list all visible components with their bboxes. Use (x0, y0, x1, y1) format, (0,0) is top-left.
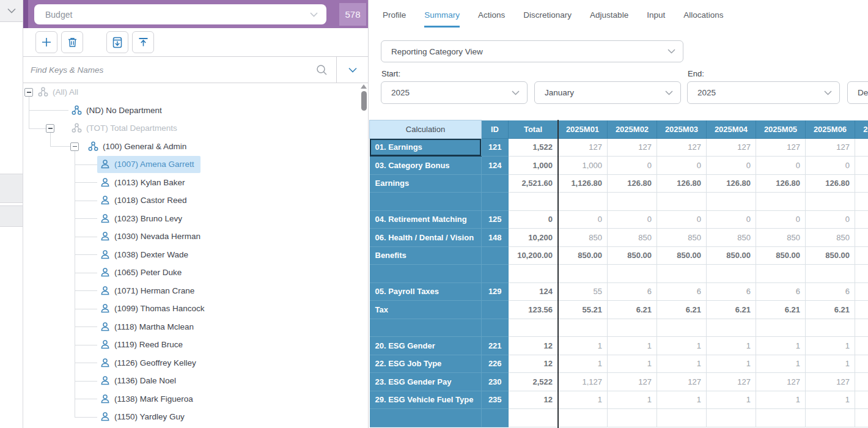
calc-row-label[interactable]: 06. Health / Dental / Vision (370, 229, 482, 247)
tab-profile[interactable]: Profile (383, 10, 406, 28)
grid-cell[interactable]: 0 (558, 210, 608, 229)
grid-cell[interactable]: 127 (707, 373, 756, 391)
calc-row-id[interactable] (482, 409, 509, 427)
collapse-toggle[interactable] (46, 124, 54, 133)
grid-cell-total[interactable]: 12 (509, 391, 558, 409)
grid-cell[interactable] (806, 265, 855, 283)
grid-cell[interactable]: 55.21 (558, 301, 608, 319)
grid-cell-total[interactable]: 0 (509, 210, 558, 229)
grid-cell-total[interactable]: 2,522 (509, 373, 558, 391)
grid-cell[interactable]: 850 (756, 229, 806, 247)
grid-cell[interactable]: 1 (657, 337, 707, 355)
tree-item[interactable]: (1007) Amena Garrett (23, 155, 368, 174)
grid-cell-total[interactable]: 10,200 (509, 229, 558, 247)
grid-cell[interactable]: 126.80 (756, 174, 806, 193)
grid-cell[interactable]: 1 (707, 355, 756, 373)
grid-cell[interactable]: 0 (608, 210, 657, 229)
calc-row-id[interactable] (482, 301, 509, 319)
calc-row-label[interactable]: Earnings (370, 174, 482, 193)
grid-cell[interactable] (756, 265, 806, 283)
grid-cell-total[interactable]: 12 (509, 337, 558, 355)
grid-cell[interactable]: 6.21 (707, 301, 756, 319)
version-select[interactable]: Budget (34, 4, 326, 24)
calc-row-label[interactable] (370, 409, 482, 427)
calc-row-label[interactable]: 22. ESG Job Type (370, 355, 482, 373)
tree-item[interactable]: (ND) No Department (23, 101, 368, 120)
grid-cell[interactable] (707, 319, 756, 337)
calc-row-label[interactable] (370, 319, 482, 337)
calc-row-label[interactable]: 23. ESG Gender Pay (370, 373, 482, 391)
calc-row-label[interactable]: Benefits (370, 246, 482, 265)
grid-cell[interactable]: 1 (806, 337, 855, 355)
grid-cell[interactable] (558, 409, 608, 427)
calc-row-label[interactable]: 29. ESG Vehicle Fuel Type (370, 391, 482, 409)
calc-row-id[interactable] (482, 265, 509, 283)
collapse-toggle[interactable] (70, 142, 79, 151)
grid-cell[interactable]: 1 (657, 355, 707, 373)
calc-row-id[interactable]: 129 (482, 282, 509, 301)
grid-cell[interactable]: 6 (806, 282, 855, 301)
calc-row-id[interactable] (482, 319, 509, 337)
grid-cell[interactable]: 0 (707, 210, 756, 229)
grid-cell[interactable]: 127 (855, 373, 868, 391)
grid-cell[interactable]: 126.80 (707, 174, 756, 193)
grid-cell-total[interactable]: 10,200.00 (509, 246, 558, 265)
calc-row-label[interactable]: 04. Retirement Matching (370, 210, 482, 229)
grid-cell[interactable]: 850 (608, 229, 657, 247)
grid-cell[interactable] (657, 265, 707, 283)
tree-item[interactable]: (1150) Yardley Guy (23, 408, 368, 426)
calc-row-id[interactable] (482, 246, 509, 265)
grid-cell-total[interactable]: 124 (509, 282, 558, 301)
grid-cell[interactable]: 850 (657, 229, 707, 247)
grid-cell-total[interactable] (509, 319, 558, 337)
grid-cell[interactable]: 1 (756, 355, 806, 373)
grid-cell[interactable]: 850 (806, 229, 855, 247)
grid-cell[interactable] (707, 193, 756, 211)
grid-cell[interactable]: 850.00 (657, 246, 707, 265)
tree-item[interactable]: (1065) Peter Duke (23, 264, 368, 282)
grid-cell[interactable] (855, 409, 868, 427)
grid-cell[interactable]: 1,127 (558, 373, 608, 391)
grid-cell[interactable] (855, 319, 868, 337)
tree-item[interactable]: (1126) Geoffrey Kelley (23, 354, 368, 372)
grid-cell[interactable]: 850 (855, 229, 868, 247)
start-month-select[interactable]: January (534, 81, 681, 104)
grid-cell-total[interactable]: 1,522 (509, 138, 558, 157)
grid-cell[interactable] (707, 409, 756, 427)
calc-row-label[interactable]: 20. ESG Gender (370, 337, 482, 355)
calc-row-id[interactable]: 124 (482, 157, 509, 175)
grid-cell[interactable]: 127 (608, 138, 657, 157)
tab-allocations[interactable]: Allocations (683, 10, 723, 28)
tree-item[interactable]: (100) General & Admin (23, 138, 368, 156)
tree-item[interactable]: (1138) Mark Figueroa (23, 390, 368, 408)
grid-cell[interactable]: 127 (806, 373, 855, 391)
tab-input[interactable]: Input (647, 10, 665, 28)
tree-item[interactable]: (1038) Dexter Wade (23, 246, 368, 264)
calc-row-id[interactable] (482, 193, 509, 211)
grid-cell[interactable]: 6.21 (855, 301, 868, 319)
grid-cell[interactable] (756, 319, 806, 337)
end-month-select[interactable]: December (847, 81, 868, 104)
calc-row-label[interactable]: 03. Category Bonus (370, 157, 482, 175)
grid-cell[interactable]: 1 (756, 337, 806, 355)
grid-cell[interactable]: 0 (806, 157, 855, 175)
tree-item[interactable]: (1013) Kylan Baker (23, 174, 368, 192)
tree-item[interactable]: (TOT) Total Departments (23, 119, 368, 138)
grid-cell[interactable]: 6.21 (657, 301, 707, 319)
grid-cell[interactable]: 55 (558, 282, 608, 301)
grid-cell[interactable]: 126.80 (855, 174, 868, 193)
grid-cell-total[interactable] (509, 193, 558, 211)
grid-cell[interactable] (558, 265, 608, 283)
calc-row-id[interactable]: 125 (482, 210, 509, 229)
tab-adjustable[interactable]: Adjustable (590, 10, 628, 28)
grid-cell[interactable]: 1 (558, 337, 608, 355)
grid-cell[interactable]: 0 (855, 157, 868, 175)
tree-item[interactable]: (1136) Dale Noel (23, 372, 368, 390)
grid-cell[interactable]: 1 (608, 391, 657, 409)
grid-cell[interactable]: 1 (806, 355, 855, 373)
grid-cell[interactable] (657, 409, 707, 427)
grid-cell[interactable]: 0 (806, 210, 855, 229)
grid-cell[interactable] (806, 193, 855, 211)
grid-cell[interactable]: 127 (657, 373, 707, 391)
grid-cell[interactable]: 126.80 (657, 174, 707, 193)
